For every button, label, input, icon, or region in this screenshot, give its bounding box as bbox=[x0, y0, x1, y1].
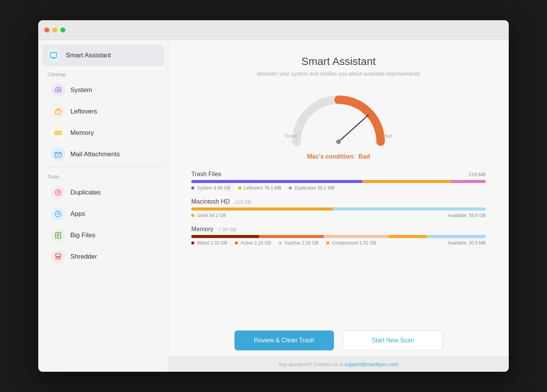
memory-icon bbox=[51, 126, 65, 140]
svg-point-23 bbox=[336, 139, 341, 144]
svg-point-4 bbox=[55, 87, 60, 92]
trash-system-seg bbox=[191, 180, 362, 183]
memory-active-seg bbox=[259, 235, 324, 238]
mac-hd-bar bbox=[191, 207, 486, 211]
svg-point-3 bbox=[57, 89, 59, 91]
smart-assistant-icon bbox=[47, 49, 60, 62]
trash-title: Trash Files bbox=[191, 171, 221, 177]
start-scan-button[interactable]: Start New Scan bbox=[343, 330, 443, 350]
sidebar-item-mail-attachments[interactable]: Mail Attachments bbox=[42, 144, 164, 165]
memory-header: Memory 7.96 GB bbox=[191, 226, 486, 233]
sidebar-item-big-files[interactable]: Big Files bbox=[42, 225, 164, 246]
duplicates-label: Duplicates bbox=[70, 189, 101, 196]
mac-hd-title-area: Macintosh HD 113 GB bbox=[191, 198, 251, 205]
leftovers-label: Leftovers bbox=[70, 108, 97, 115]
trash-duplicates-seg bbox=[451, 180, 486, 183]
shredder-label: Shredder bbox=[70, 253, 97, 261]
memory-compressed-legend: Compressed 1.31 GB bbox=[326, 240, 376, 246]
svg-rect-21 bbox=[55, 254, 60, 257]
minimize-button[interactable] bbox=[52, 28, 57, 32]
close-button[interactable] bbox=[44, 28, 49, 32]
svg-rect-7 bbox=[56, 132, 57, 133]
sidebar-item-apps[interactable]: Apps bbox=[42, 204, 164, 224]
footer-email[interactable]: support@macflypro.com bbox=[345, 361, 399, 367]
gauge-svg bbox=[285, 88, 392, 149]
trash-legend: System 8.88 GB Leftovers 76.1 MB Duplica… bbox=[191, 185, 486, 191]
page-subtitle: Monitors your system and notifies you ab… bbox=[191, 71, 486, 77]
duplicates-icon bbox=[51, 186, 65, 199]
trash-size: 218 MB bbox=[469, 172, 486, 177]
review-clean-button[interactable]: Review & Clean Trash bbox=[234, 330, 334, 350]
trash-leftovers-legend: Leftovers 76.1 MB bbox=[238, 185, 282, 191]
gauge-widget: Good Bad bbox=[285, 88, 392, 149]
app-window: Smart Assistant Cleanup System bbox=[38, 20, 509, 372]
gauge-bad-label: Bad bbox=[383, 133, 392, 139]
memory-inactive-legend: Inactive 2.16 GB bbox=[279, 240, 319, 246]
trash-system-legend: System 8.88 GB bbox=[191, 185, 231, 191]
apps-icon bbox=[51, 207, 65, 221]
gauge-labels: Good Bad bbox=[285, 133, 392, 139]
mac-hd-available-seg bbox=[333, 207, 486, 211]
app-body: Smart Assistant Cleanup System bbox=[38, 40, 509, 372]
memory-active-legend: Active 2.16 GB bbox=[235, 240, 271, 246]
mac-hd-title: Macintosh HD bbox=[191, 198, 230, 205]
compressed-dot bbox=[326, 241, 329, 245]
sidebar-item-leftovers[interactable]: Leftovers bbox=[42, 101, 164, 122]
titlebar bbox=[38, 20, 509, 40]
duplicates-dot bbox=[289, 186, 292, 190]
inactive-dot bbox=[279, 241, 282, 245]
trash-leftovers-seg bbox=[362, 180, 451, 183]
sidebar-selected-label: Smart Assistant bbox=[66, 52, 111, 59]
trash-header: Trash Files 218 MB bbox=[191, 171, 486, 178]
leftovers-icon bbox=[51, 105, 65, 118]
footer-text: Any questions? Contact us at bbox=[278, 361, 345, 367]
memory-available-legend: Available: 20.5 MB bbox=[448, 240, 486, 246]
big-files-icon bbox=[51, 228, 65, 242]
mac-hd-legend: Used 54.2 GB Available: 58.6 GB bbox=[191, 213, 486, 218]
system-label: System bbox=[70, 86, 92, 94]
button-row: Review & Clean Trash Start New Scan bbox=[168, 323, 509, 356]
trash-bar bbox=[191, 180, 486, 183]
mac-hd-used-legend: Used 54.2 GB bbox=[191, 213, 226, 218]
sidebar-item-memory[interactable]: Memory bbox=[42, 123, 164, 143]
sidebar-item-smart-assistant[interactable]: Smart Assistant bbox=[42, 45, 164, 66]
sidebar-item-system[interactable]: System bbox=[42, 80, 164, 100]
mail-attachments-label: Mail Attachments bbox=[70, 151, 120, 158]
memory-legend: Wired 2.33 GB Active 2.16 GB Inactive 2.… bbox=[191, 240, 486, 246]
used-dot bbox=[191, 214, 194, 217]
svg-rect-9 bbox=[59, 132, 60, 133]
leftovers-dot bbox=[238, 186, 241, 190]
memory-label: Memory bbox=[70, 129, 94, 137]
tools-section-label: Tools bbox=[38, 168, 168, 182]
memory-title-area: Memory 7.96 GB bbox=[191, 226, 236, 233]
sidebar-item-duplicates[interactable]: Duplicates bbox=[42, 182, 164, 203]
main-content: Smart Assistant Monitors your system and… bbox=[168, 40, 509, 372]
macintosh-hd-section: Macintosh HD 113 GB Used 54.2 GB bbox=[191, 198, 486, 218]
memory-wired-seg bbox=[191, 235, 259, 238]
mac-hd-capacity: 113 GB bbox=[234, 199, 251, 205]
mac-hd-available-legend: Available: 58.6 GB bbox=[448, 213, 486, 218]
apps-label: Apps bbox=[70, 210, 85, 218]
gauge-condition-label: Mac's condition: bbox=[307, 153, 355, 160]
mail-icon bbox=[51, 147, 65, 161]
gauge-condition: Mac's condition: Bad bbox=[191, 153, 486, 160]
sidebar-item-shredder[interactable]: Shredder bbox=[42, 246, 164, 267]
mac-hd-header: Macintosh HD 113 GB bbox=[191, 198, 486, 205]
sidebar: Smart Assistant Cleanup System bbox=[38, 40, 168, 372]
memory-wired-legend: Wired 2.33 GB bbox=[191, 240, 227, 246]
memory-bar bbox=[191, 235, 486, 238]
memory-stat-title: Memory bbox=[191, 226, 213, 232]
active-dot bbox=[235, 241, 238, 245]
wired-dot bbox=[191, 241, 194, 245]
svg-rect-5 bbox=[55, 110, 60, 114]
system-dot bbox=[191, 186, 194, 190]
cleanup-section-label: Cleanup bbox=[38, 66, 168, 79]
trash-title-area: Trash Files bbox=[191, 171, 221, 178]
maximize-button[interactable] bbox=[60, 28, 65, 32]
memory-section: Memory 7.96 GB Wired 2 bbox=[191, 226, 486, 246]
gauge-container: Good Bad bbox=[191, 88, 486, 149]
gauge-good-label: Good bbox=[285, 133, 297, 139]
trash-files-section: Trash Files 218 MB System 8.88 GB bbox=[191, 171, 486, 191]
sidebar-divider bbox=[42, 167, 164, 167]
system-icon bbox=[51, 83, 65, 97]
